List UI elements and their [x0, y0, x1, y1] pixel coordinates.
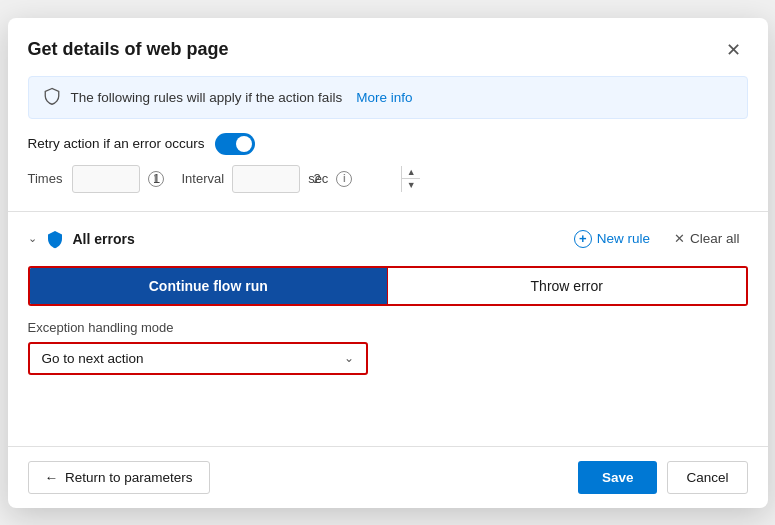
throw-error-button[interactable]: Throw error: [388, 268, 746, 304]
interval-up-button[interactable]: ▲: [402, 166, 420, 179]
clear-all-label: Clear all: [690, 231, 740, 246]
mode-buttons: Continue flow run Throw error: [28, 266, 748, 306]
all-errors-section: ⌄ All errors + New rule ✕ Clear all Cont…: [8, 212, 768, 385]
interval-input-box: ▲ ▼: [232, 165, 300, 193]
info-banner-text: The following rules will apply if the ac…: [71, 90, 343, 105]
x-icon: ✕: [674, 231, 685, 246]
new-rule-label: New rule: [597, 231, 650, 246]
clear-all-button[interactable]: ✕ Clear all: [666, 227, 748, 250]
chevron-down-icon: ⌄: [344, 351, 354, 365]
save-button[interactable]: Save: [578, 461, 658, 494]
dialog: Get details of web page ✕ The following …: [8, 18, 768, 508]
times-label: Times: [28, 171, 64, 186]
shield-icon: [43, 87, 61, 108]
return-to-parameters-button[interactable]: ← Return to parameters: [28, 461, 210, 494]
plus-circle-icon: +: [574, 230, 592, 248]
shield-badge-icon: [45, 229, 65, 249]
exception-dropdown-value: Go to next action: [42, 351, 144, 366]
dialog-footer: ← Return to parameters Save Cancel: [8, 446, 768, 508]
retry-row: Retry action if an error occurs: [28, 133, 748, 155]
footer-right: Save Cancel: [578, 461, 748, 494]
retry-section: Retry action if an error occurs Times ▲ …: [8, 133, 768, 203]
retry-label: Retry action if an error occurs: [28, 136, 205, 151]
times-input-box: ▲ ▼: [72, 165, 140, 193]
exception-label: Exception handling mode: [28, 320, 748, 335]
times-row: Times ▲ ▼ i Interval ▲ ▼ sec i: [28, 165, 748, 193]
dialog-title: Get details of web page: [28, 39, 229, 60]
new-rule-button[interactable]: + New rule: [566, 226, 658, 252]
sec-label: sec: [308, 171, 328, 186]
dialog-header: Get details of web page ✕: [8, 18, 768, 76]
chevron-down-icon[interactable]: ⌄: [28, 232, 37, 245]
close-button[interactable]: ✕: [720, 36, 748, 64]
more-info-link[interactable]: More info: [356, 90, 412, 105]
interval-info-icon: i: [336, 171, 352, 187]
continue-flow-run-button[interactable]: Continue flow run: [30, 268, 389, 304]
exception-dropdown[interactable]: Go to next action ⌄: [28, 342, 368, 375]
interval-down-button[interactable]: ▼: [402, 179, 420, 192]
return-label: Return to parameters: [65, 470, 193, 485]
all-errors-header: ⌄ All errors + New rule ✕ Clear all: [28, 226, 748, 252]
info-banner: The following rules will apply if the ac…: [28, 76, 748, 119]
left-arrow-icon: ←: [45, 470, 59, 485]
interval-label: Interval: [182, 171, 225, 186]
interval-arrows: ▲ ▼: [401, 166, 420, 192]
times-info-icon: i: [148, 171, 164, 187]
all-errors-title: All errors: [73, 231, 558, 247]
retry-toggle[interactable]: [215, 133, 255, 155]
cancel-button[interactable]: Cancel: [667, 461, 747, 494]
